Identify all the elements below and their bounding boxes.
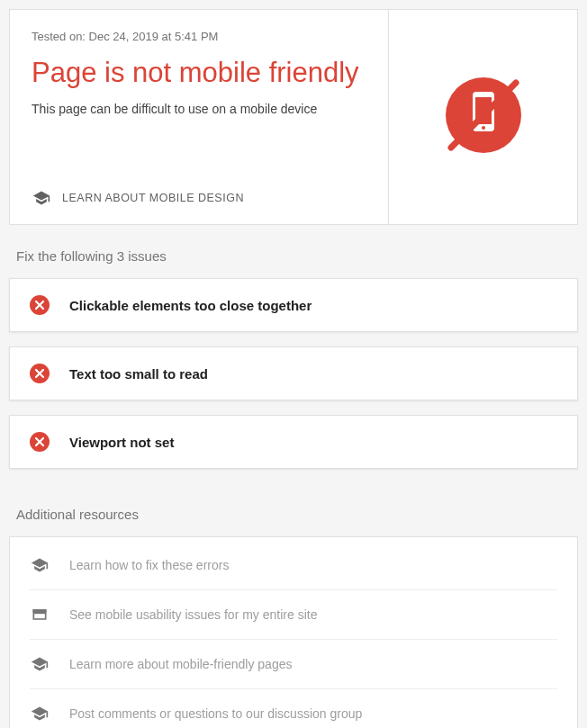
resource-link[interactable]: Learn more about mobile-friendly pages xyxy=(30,640,557,689)
issues-section-title: Fix the following 3 issues xyxy=(9,225,578,278)
page-subtitle: This page can be difficult to use on a m… xyxy=(32,102,366,163)
page-title: Page is not mobile friendly xyxy=(32,56,366,89)
web-icon xyxy=(30,605,50,625)
result-header-left: Tested on: Dec 24, 2019 at 5:41 PM Page … xyxy=(10,10,388,224)
not-mobile-friendly-icon xyxy=(438,70,528,164)
issue-label: Viewport not set xyxy=(69,435,174,450)
resource-label: Learn more about mobile-friendly pages xyxy=(69,657,292,671)
svg-rect-5 xyxy=(33,609,47,612)
resource-label: Learn how to fix these errors xyxy=(69,558,229,572)
svg-rect-6 xyxy=(34,614,45,618)
resource-link[interactable]: See mobile usability issues for my entir… xyxy=(30,590,557,640)
issue-row[interactable]: Viewport not set xyxy=(9,415,578,469)
resource-link[interactable]: Post comments or questions to our discus… xyxy=(30,689,557,728)
result-header-card: Tested on: Dec 24, 2019 at 5:41 PM Page … xyxy=(9,9,578,225)
error-icon xyxy=(30,364,50,383)
graduation-icon xyxy=(30,555,50,575)
result-header-illustration xyxy=(388,10,577,224)
issue-row[interactable]: Clickable elements too close together xyxy=(9,278,578,332)
resources-section-title: Additional resources xyxy=(9,483,578,536)
issue-label: Text too small to read xyxy=(69,366,208,382)
resource-link[interactable]: Learn how to fix these errors xyxy=(30,541,557,590)
svg-point-3 xyxy=(482,126,485,130)
learn-mobile-design-label: LEARN ABOUT MOBILE DESIGN xyxy=(62,192,244,204)
tested-on-text: Tested on: Dec 24, 2019 at 5:41 PM xyxy=(32,30,366,43)
graduation-icon xyxy=(30,654,50,674)
graduation-icon xyxy=(32,188,51,208)
issue-row[interactable]: Text too small to read xyxy=(9,346,578,400)
resources-card: Learn how to fix these errors See mobile… xyxy=(9,536,578,728)
issue-label: Clickable elements too close together xyxy=(69,298,312,313)
learn-mobile-design-link[interactable]: LEARN ABOUT MOBILE DESIGN xyxy=(32,188,366,208)
graduation-icon xyxy=(30,704,50,724)
error-icon xyxy=(30,295,50,315)
error-icon xyxy=(30,432,50,452)
resource-label: Post comments or questions to our discus… xyxy=(69,706,362,721)
resource-label: See mobile usability issues for my entir… xyxy=(69,607,317,622)
